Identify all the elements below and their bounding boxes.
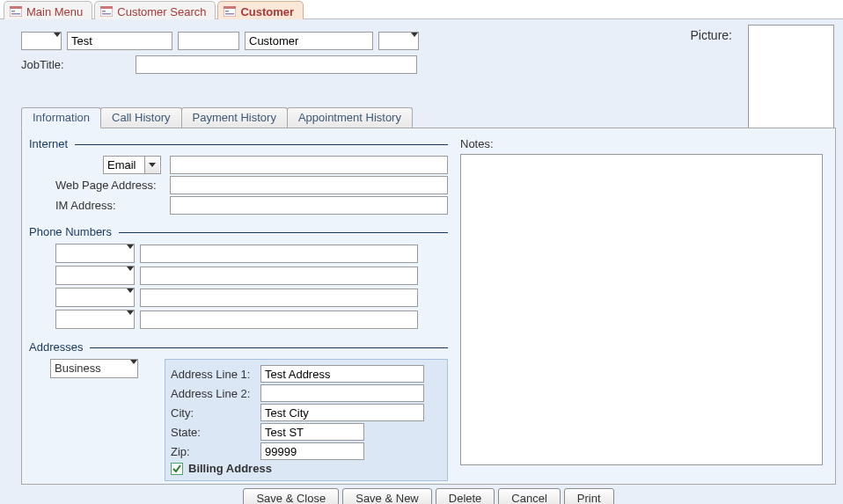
chevron-down-icon xyxy=(127,289,134,306)
chevron-down-icon xyxy=(127,267,134,284)
jobtitle-row: JobTitle: xyxy=(21,55,836,74)
doc-tab-label: Main Menu xyxy=(26,5,83,18)
information-panel: Internet Web Page Address: IM Address: xyxy=(21,128,836,485)
state-label: State: xyxy=(171,426,257,439)
webpage-input[interactable] xyxy=(170,176,448,194)
svg-rect-5 xyxy=(100,6,113,9)
doc-tab-label: Customer Search xyxy=(117,5,206,18)
chevron-down-icon xyxy=(127,310,134,328)
phone-number-2[interactable] xyxy=(140,267,418,285)
address-line1-input[interactable] xyxy=(260,365,424,383)
email-type-input[interactable] xyxy=(104,157,144,173)
address-detail-box: Address Line 1: Address Line 2: City: St… xyxy=(165,359,448,481)
im-label: IM Address: xyxy=(29,199,165,212)
save-new-button[interactable]: Save & New xyxy=(342,488,432,504)
subtab-call-history[interactable]: Call History xyxy=(100,107,181,128)
subtab-payment-history[interactable]: Payment History xyxy=(181,107,288,128)
svg-rect-6 xyxy=(102,11,106,12)
chevron-down-icon xyxy=(130,360,137,377)
chevron-down-icon xyxy=(411,33,418,49)
address-line2-label: Address Line 2: xyxy=(171,387,257,400)
billing-checkbox[interactable] xyxy=(171,463,183,475)
doc-tab-main-menu[interactable]: Main Menu xyxy=(4,1,92,19)
middle-name-input[interactable] xyxy=(178,32,239,50)
phone-type-3[interactable] xyxy=(55,288,135,307)
save-close-button[interactable]: Save & Close xyxy=(243,488,339,504)
zip-input[interactable] xyxy=(260,442,364,460)
picture-label: Picture: xyxy=(691,28,732,42)
subtab-information[interactable]: Information xyxy=(21,107,101,128)
svg-rect-2 xyxy=(11,11,15,12)
cancel-button[interactable]: Cancel xyxy=(498,488,560,504)
jobtitle-label: JobTitle: xyxy=(21,58,130,71)
addresses-title: Addresses xyxy=(29,340,83,354)
subtab-appointment-history[interactable]: Appointment History xyxy=(287,107,413,128)
phone-number-4[interactable] xyxy=(140,310,418,329)
form-icon xyxy=(224,6,236,17)
state-input[interactable] xyxy=(260,423,364,441)
panel-right: Notes: xyxy=(453,128,835,484)
notes-textarea[interactable] xyxy=(460,154,823,465)
phone-title: Phone Numbers xyxy=(29,225,112,238)
panel-left: Internet Web Page Address: IM Address: xyxy=(22,128,453,484)
im-input[interactable] xyxy=(170,196,448,215)
city-input[interactable] xyxy=(260,404,424,421)
svg-rect-7 xyxy=(102,13,111,15)
prefix-dropdown[interactable] xyxy=(21,32,62,50)
phone-number-1[interactable] xyxy=(140,245,418,263)
city-label: City: xyxy=(171,406,257,420)
chevron-down-icon xyxy=(54,33,61,49)
notes-label: Notes: xyxy=(460,137,494,150)
phone-number-3[interactable] xyxy=(140,289,418,307)
last-name-input[interactable] xyxy=(245,32,373,50)
doc-tab-customer[interactable]: Customer xyxy=(217,1,304,19)
jobtitle-input[interactable] xyxy=(136,55,417,74)
address-line1-label: Address Line 1: xyxy=(171,368,257,381)
action-buttons: Save & Close Save & New Delete Cancel Pr… xyxy=(21,488,836,504)
phone-type-1[interactable] xyxy=(55,244,135,263)
webpage-label: Web Page Address: xyxy=(29,179,165,192)
address-type-dropdown[interactable]: Business xyxy=(50,359,138,378)
address-type-value: Business xyxy=(51,360,130,377)
address-line2-input[interactable] xyxy=(260,384,424,402)
billing-label: Billing Address xyxy=(188,462,272,475)
phone-type-2[interactable] xyxy=(55,266,135,285)
subtab-label: Appointment History xyxy=(298,111,401,124)
picture-box[interactable] xyxy=(748,25,834,128)
svg-rect-1 xyxy=(10,6,22,9)
email-type-dropdown[interactable] xyxy=(103,156,161,174)
subtab-label: Payment History xyxy=(193,111,276,124)
internet-title: Internet xyxy=(29,137,68,150)
customer-form-area: Picture: JobTitle: Information Call Hist… xyxy=(0,19,843,504)
doc-tab-label: Customer xyxy=(240,5,294,18)
first-name-input[interactable] xyxy=(67,32,172,50)
subtab-label: Call History xyxy=(112,111,170,124)
svg-rect-9 xyxy=(224,6,236,9)
subtabs: Information Call History Payment History… xyxy=(21,107,836,128)
svg-rect-11 xyxy=(225,13,234,15)
phone-type-4[interactable] xyxy=(55,310,135,329)
form-icon xyxy=(100,6,113,17)
print-button[interactable]: Print xyxy=(564,488,614,504)
form-icon xyxy=(10,6,22,17)
delete-button[interactable]: Delete xyxy=(436,488,495,504)
subtab-label: Information xyxy=(33,111,90,124)
document-tabs: Main Menu Customer Search Customer xyxy=(0,0,843,19)
chevron-down-icon xyxy=(127,245,134,262)
suffix-dropdown[interactable] xyxy=(378,32,419,50)
svg-rect-10 xyxy=(225,11,229,12)
svg-rect-3 xyxy=(11,13,20,15)
chevron-down-icon xyxy=(144,157,159,173)
doc-tab-customer-search[interactable]: Customer Search xyxy=(94,1,216,19)
zip-label: Zip: xyxy=(171,445,257,458)
email-input[interactable] xyxy=(170,156,448,174)
